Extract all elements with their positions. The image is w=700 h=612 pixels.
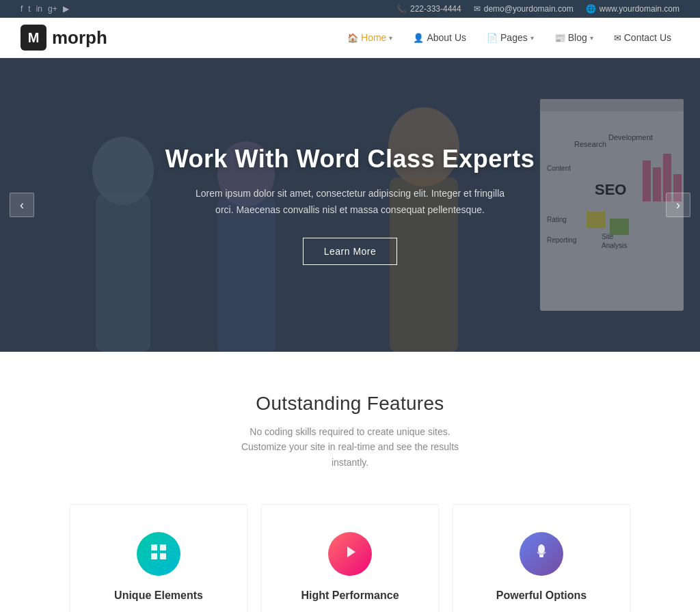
- hero-section: SEO Research Development Content Rating …: [0, 58, 700, 352]
- high-performance-name: Hight Performance: [282, 589, 418, 602]
- blog-icon: 📰: [554, 33, 565, 43]
- features-grid: Unique Elements From unique layouts to c…: [27, 504, 673, 612]
- feature-card-powerful-options: Powerful Options From unique layouts to …: [453, 504, 630, 612]
- chevron-left-icon: ‹: [20, 198, 24, 212]
- svg-rect-28: [160, 553, 166, 559]
- hero-title: Work With Word Class Experts: [165, 145, 535, 173]
- logo-letter: M: [28, 30, 40, 46]
- website-info: 🌐 www.yourdomain.com: [586, 4, 679, 14]
- svg-rect-27: [151, 553, 157, 559]
- nav-pages[interactable]: 📄 Pages ▾: [479, 28, 542, 47]
- features-title: Outstanding Features: [27, 393, 673, 415]
- nav-links: 🏠 Home ▾ 👤 About Us 📄 Pages ▾ 📰 Blog ▾ ✉…: [339, 28, 679, 47]
- svg-rect-26: [160, 544, 166, 551]
- hero-next-button[interactable]: ›: [666, 193, 690, 217]
- powerful-options-name: Powerful Options: [474, 589, 609, 602]
- unique-elements-icon-wrap: [137, 532, 180, 576]
- contact-icon: ✉: [614, 33, 621, 43]
- social-googleplus[interactable]: g+: [48, 4, 57, 14]
- svg-marker-29: [347, 546, 355, 557]
- powerful-options-icon: [532, 542, 551, 566]
- nav-contact-label: Contact Us: [624, 32, 671, 43]
- phone-icon: 📞: [396, 4, 407, 14]
- globe-icon: 🌐: [586, 4, 596, 14]
- hero-subtitle: Lorem ipsum dolor sit amet, consectetur …: [186, 186, 514, 219]
- nav-home[interactable]: 🏠 Home ▾: [339, 28, 401, 47]
- features-section: Outstanding Features No coding skills re…: [0, 352, 700, 612]
- high-performance-icon-wrap: [328, 532, 372, 576]
- feature-card-unique-elements: Unique Elements From unique layouts to c…: [70, 504, 247, 612]
- nav-about[interactable]: 👤 About Us: [405, 28, 474, 47]
- home-icon: 🏠: [347, 33, 358, 43]
- hero-prev-button[interactable]: ‹: [10, 193, 34, 217]
- svg-rect-25: [151, 544, 157, 551]
- pages-icon: 📄: [487, 33, 498, 43]
- social-linkedin[interactable]: in: [36, 4, 42, 14]
- email-address: demo@yourdomain.com: [484, 4, 574, 14]
- social-youtube[interactable]: ▶: [63, 4, 69, 14]
- about-icon: 👤: [413, 33, 424, 43]
- email-icon: ✉: [474, 4, 481, 14]
- contact-info: 📞 222-333-4444 ✉ demo@yourdomain.com 🌐 w…: [396, 4, 679, 14]
- nav-about-label: About Us: [427, 32, 466, 43]
- unique-elements-name: Unique Elements: [91, 589, 226, 602]
- pages-chevron: ▾: [530, 34, 534, 42]
- top-bar: f t in g+ ▶ 📞 222-333-4444 ✉ demo@yourdo…: [0, 0, 700, 18]
- nav-home-label: Home: [361, 32, 386, 43]
- social-links-container: f t in g+ ▶: [21, 4, 69, 14]
- high-performance-icon: [340, 542, 360, 566]
- hero-cta-button[interactable]: Learn More: [303, 238, 398, 265]
- brand-logo[interactable]: M morph: [21, 25, 107, 51]
- nav-contact[interactable]: ✉ Contact Us: [606, 28, 679, 47]
- nav-blog-label: Blog: [568, 32, 587, 43]
- social-links: f t in g+ ▶: [21, 4, 69, 14]
- svg-point-30: [538, 544, 545, 554]
- features-subtitle: No coding skills required to create uniq…: [234, 424, 466, 470]
- nav-pages-label: Pages: [500, 32, 528, 43]
- hero-content: Work With Word Class Experts Lorem ipsum…: [152, 131, 548, 279]
- feature-card-high-performance: Hight Performance From unique layouts to…: [261, 504, 439, 612]
- home-chevron: ▾: [389, 34, 392, 42]
- website-url: www.yourdomain.com: [600, 4, 679, 14]
- navbar: M morph 🏠 Home ▾ 👤 About Us 📄 Pages ▾ 📰 …: [0, 18, 700, 58]
- powerful-options-icon-wrap: [520, 532, 563, 576]
- email-info: ✉ demo@yourdomain.com: [474, 4, 574, 14]
- unique-elements-icon: [149, 542, 168, 566]
- blog-chevron: ▾: [590, 34, 593, 42]
- phone-info: 📞 222-333-4444: [396, 4, 461, 14]
- brand-name: morph: [52, 27, 107, 48]
- nav-blog[interactable]: 📰 Blog ▾: [546, 28, 602, 47]
- chevron-right-icon: ›: [676, 198, 680, 212]
- phone-number: 222-333-4444: [410, 4, 461, 14]
- social-facebook[interactable]: f: [21, 4, 23, 14]
- logo-icon: M: [21, 25, 46, 51]
- social-twitter[interactable]: t: [28, 4, 30, 14]
